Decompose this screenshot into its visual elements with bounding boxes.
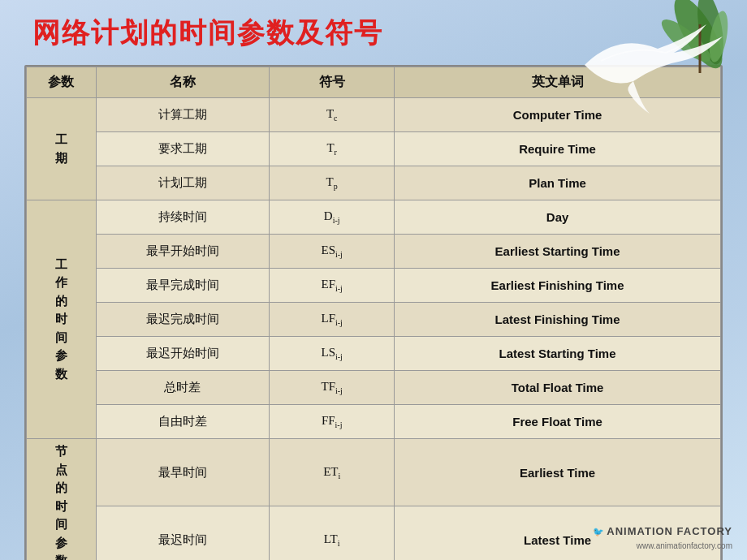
table-row: 最早开始时间ESi-jEarliest Starting Time	[27, 235, 721, 269]
table-wrapper: 参数 名称 符号 英文单词 工 期计算工期TcComputer Time要求工期…	[24, 65, 723, 560]
name-cell: 最迟开始时间	[96, 337, 270, 371]
watermark-brand: ANIMATION FACTORY	[607, 525, 732, 537]
table-row: 计划工期TpPlan Time	[27, 166, 721, 200]
english-cell: Earliest Starting Time	[395, 235, 721, 269]
symbol-cell: ESi-j	[270, 235, 395, 269]
symbol-cell: LTi	[270, 506, 395, 560]
main-table: 参数 名称 符号 英文单词 工 期计算工期TcComputer Time要求工期…	[26, 67, 721, 560]
page-container: 网络计划的时间参数及符号 参数 名称 符号 英文单词 工 期计算工期TcComp…	[0, 0, 747, 560]
name-cell: 最迟时间	[96, 506, 270, 560]
name-cell: 最早完成时间	[96, 269, 270, 303]
english-cell: Latest Starting Time	[395, 337, 721, 371]
name-cell: 最迟完成时间	[96, 303, 270, 337]
symbol-cell: LFi-j	[270, 303, 395, 337]
header-english: 英文单词	[395, 67, 721, 98]
name-cell: 最早开始时间	[96, 235, 270, 269]
table-row: 要求工期TrRequire Time	[27, 132, 721, 166]
symbol-cell: TFi-j	[270, 371, 395, 405]
watermark: 🐦 ANIMATION FACTORY www.animationfactory…	[593, 524, 732, 552]
category-cell-2: 节 点 的 时 间 参 数	[27, 439, 97, 561]
name-cell: 总时差	[96, 371, 270, 405]
table-row: 最迟开始时间LSi-jLatest Starting Time	[27, 337, 721, 371]
table-row: 最迟完成时间LFi-jLatest Finishing Time	[27, 303, 721, 337]
table-row: 节 点 的 时 间 参 数最早时间ETiEarliest Time	[27, 439, 721, 506]
table-row: 工 作 的 时 间 参 数持续时间Di-jDay	[27, 200, 721, 235]
header-symbol: 符号	[270, 67, 395, 98]
watermark-url: www.animationfactory.com	[637, 541, 732, 550]
english-cell: Earliest Time	[395, 439, 721, 506]
table-row: 最早完成时间EFi-jEarliest Finishing Time	[27, 269, 721, 303]
symbol-cell: EFi-j	[270, 269, 395, 303]
name-cell: 自由时差	[96, 405, 270, 439]
symbol-cell: Tr	[270, 132, 395, 166]
name-cell: 最早时间	[96, 439, 270, 506]
name-cell: 计算工期	[96, 98, 270, 132]
english-cell: Total Float Time	[395, 371, 721, 405]
english-cell: Free Float Time	[395, 405, 721, 439]
table-row: 总时差TFi-jTotal Float Time	[27, 371, 721, 405]
name-cell: 持续时间	[96, 200, 270, 235]
english-cell: Latest Finishing Time	[395, 303, 721, 337]
english-cell: Computer Time	[395, 98, 721, 132]
english-cell: Day	[395, 200, 721, 235]
english-cell: Earliest Finishing Time	[395, 269, 721, 303]
symbol-cell: LSi-j	[270, 337, 395, 371]
page-title: 网络计划的时间参数及符号	[24, 15, 723, 52]
watermark-icon: 🐦	[593, 527, 604, 536]
table-row: 工 期计算工期TcComputer Time	[27, 98, 721, 132]
symbol-cell: Tc	[270, 98, 395, 132]
header-row: 参数 名称 符号 英文单词	[27, 67, 721, 98]
symbol-cell: FFi-j	[270, 405, 395, 439]
category-cell-1: 工 作 的 时 间 参 数	[27, 200, 97, 439]
english-cell: Plan Time	[395, 166, 721, 200]
header-name: 名称	[96, 67, 270, 98]
symbol-cell: Di-j	[270, 200, 395, 235]
symbol-cell: ETi	[270, 439, 395, 506]
name-cell: 要求工期	[96, 132, 270, 166]
table-row: 自由时差FFi-jFree Float Time	[27, 405, 721, 439]
symbol-cell: Tp	[270, 166, 395, 200]
english-cell: Require Time	[395, 132, 721, 166]
header-cat: 参数	[27, 67, 97, 98]
category-cell-0: 工 期	[27, 98, 97, 200]
name-cell: 计划工期	[96, 166, 270, 200]
